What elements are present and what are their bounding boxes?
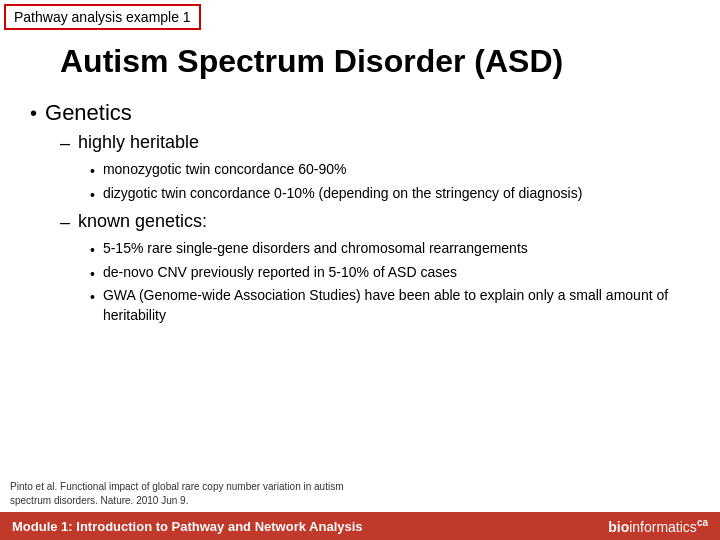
sub-bullet-text-2-2: de-novo CNV previously reported in 5-10%… (103, 263, 457, 283)
dash-marker-1: – (60, 133, 70, 154)
sub-bullet-text-2-3: GWA (Genome-wide Association Studies) ha… (103, 286, 700, 325)
dash-highly-heritable: – highly heritable (60, 132, 700, 154)
sub-bullet-2-2: • de-novo CNV previously reported in 5-1… (90, 263, 700, 283)
footer-bar: Module 1: Introduction to Pathway and Ne… (0, 512, 720, 540)
sub-bullets-1: • monozygotic twin concordance 60-90% • … (90, 160, 700, 203)
citation-line2: spectrum disorders. Nature. 2010 Jun 9. (10, 494, 344, 508)
sub-bullet-1-1: • monozygotic twin concordance 60-90% (90, 160, 700, 180)
dash-marker-2: – (60, 212, 70, 233)
logo-info: informatics (629, 519, 697, 535)
l1-bullet-text: Genetics (45, 100, 132, 126)
footer-module-text: Module 1: Introduction to Pathway and Ne… (12, 519, 363, 534)
sub-bullet-2-3: • GWA (Genome-wide Association Studies) … (90, 286, 700, 325)
subsection-highly-heritable: – highly heritable • monozygotic twin co… (60, 132, 700, 203)
sub-bullet-text-1-1: monozygotic twin concordance 60-90% (103, 160, 347, 180)
dash-known-genetics: – known genetics: (60, 211, 700, 233)
sub-bullet-marker-2-3: • (90, 289, 95, 305)
sub-bullet-text-2-1: 5-15% rare single-gene disorders and chr… (103, 239, 528, 259)
sub-bullet-marker-2-2: • (90, 266, 95, 282)
sub-bullets-2: • 5-15% rare single-gene disorders and c… (90, 239, 700, 325)
main-heading: Autism Spectrum Disorder (ASD) (60, 42, 700, 80)
sub-bullet-2-1: • 5-15% rare single-gene disorders and c… (90, 239, 700, 259)
dash-text-1: highly heritable (78, 132, 199, 153)
footer: Pinto et al. Functional impact of global… (0, 488, 720, 540)
logo-ca: ca (697, 517, 708, 528)
subsection-known-genetics: – known genetics: • 5-15% rare single-ge… (60, 211, 700, 325)
sub-bullet-marker-1-1: • (90, 163, 95, 179)
content-area: • Genetics – highly heritable • monozygo… (30, 100, 700, 460)
dash-text-2: known genetics: (78, 211, 207, 232)
citation: Pinto et al. Functional impact of global… (10, 480, 344, 508)
l1-bullet-marker: • (30, 102, 37, 125)
sub-bullet-1-2: • dizygotic twin concordance 0-10% (depe… (90, 184, 700, 204)
title-text: Pathway analysis example 1 (14, 9, 191, 25)
l1-bullet-genetics: • Genetics (30, 100, 700, 126)
slide: Pathway analysis example 1 Autism Spectr… (0, 0, 720, 540)
sub-bullet-marker-2-1: • (90, 242, 95, 258)
footer-logo: bioinformaticsca (608, 517, 708, 535)
title-box: Pathway analysis example 1 (4, 4, 201, 30)
citation-line1: Pinto et al. Functional impact of global… (10, 480, 344, 494)
sub-bullet-marker-1-2: • (90, 187, 95, 203)
logo-bio: bio (608, 519, 629, 535)
sub-bullet-text-1-2: dizygotic twin concordance 0-10% (depend… (103, 184, 582, 204)
